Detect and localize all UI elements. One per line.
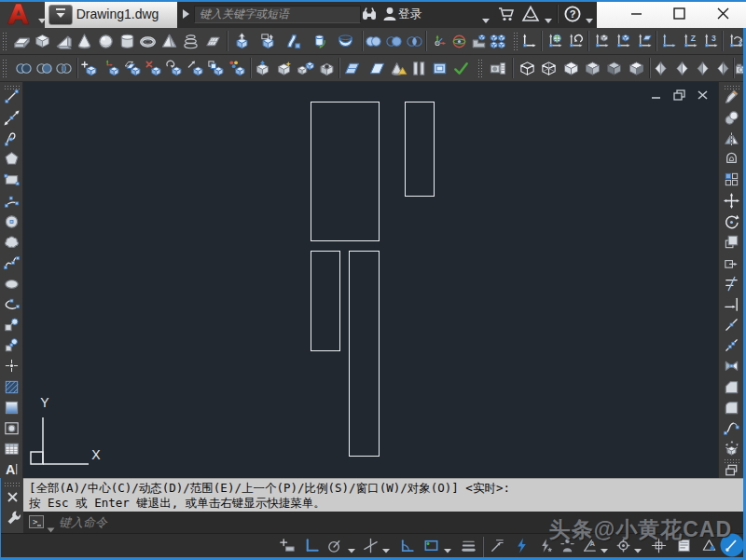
spline-icon[interactable] (3, 253, 21, 271)
annotation-monitor-icon[interactable] (513, 537, 531, 554)
3d-align-icon[interactable] (470, 33, 488, 50)
mirror-icon[interactable] (723, 130, 740, 147)
ucs-view-icon[interactable] (635, 33, 653, 50)
toolbar-grip[interactable] (477, 59, 482, 78)
extend-icon[interactable] (723, 295, 740, 313)
line-icon[interactable] (3, 88, 21, 105)
blend-curves-icon[interactable] (723, 419, 740, 437)
view-hidden-icon[interactable] (562, 60, 580, 77)
rectangle-icon[interactable] (3, 171, 21, 188)
view-realistic-icon[interactable] (584, 60, 601, 77)
pyramid-icon[interactable] (160, 33, 178, 50)
ucs-named-icon[interactable] (546, 33, 563, 50)
join-icon[interactable] (723, 357, 740, 375)
app-menu-dropdown-icon[interactable] (37, 11, 47, 28)
doc-close-button[interactable] (693, 87, 713, 103)
point-icon[interactable] (3, 357, 21, 375)
ucs-object-icon[interactable] (592, 33, 610, 50)
ucs-origin-icon[interactable] (659, 33, 677, 50)
user-icon[interactable] (380, 5, 399, 27)
window-minimize-button[interactable] (620, 0, 652, 27)
helix-icon[interactable] (182, 33, 200, 50)
toolbar-grip[interactable] (2, 59, 7, 78)
taper-faces-icon[interactable] (186, 60, 204, 77)
command-window-restore-icon[interactable] (723, 462, 740, 480)
wrench-icon[interactable] (5, 509, 21, 529)
validate-icon[interactable] (452, 60, 470, 77)
ucs-3point-icon[interactable]: 3 (701, 33, 719, 50)
doc-minimize-button[interactable] (646, 87, 667, 103)
toolbar-grip[interactable] (4, 482, 20, 486)
rotate-faces-icon[interactable] (165, 60, 183, 77)
view-2d-wireframe-icon[interactable] (518, 60, 536, 77)
drawing-rectangle[interactable] (405, 102, 435, 197)
chamfer-icon[interactable] (723, 378, 740, 396)
shell-icon[interactable] (318, 60, 336, 77)
gradient-icon[interactable] (3, 399, 21, 417)
search-input[interactable]: 键入关键字或短语 (194, 6, 361, 23)
ucs-rotate-x-icon[interactable]: x (726, 33, 744, 50)
revolve-icon[interactable] (311, 33, 328, 50)
move-icon[interactable] (723, 192, 740, 210)
ucs-previous-icon[interactable] (566, 33, 584, 50)
extrude-faces-icon[interactable] (80, 60, 98, 77)
polygon-icon[interactable] (3, 150, 21, 168)
login-dropdown-icon[interactable] (481, 11, 490, 28)
construction-line-icon[interactable] (3, 109, 21, 127)
ucs-world-icon[interactable] (519, 33, 537, 50)
3d-rotate-icon[interactable] (450, 33, 468, 50)
region-icon[interactable] (3, 419, 21, 437)
intersect-icon[interactable] (406, 33, 423, 50)
polyline-icon[interactable] (3, 130, 21, 147)
wedge-icon[interactable] (55, 33, 73, 50)
drawing-rectangle[interactable] (349, 251, 380, 457)
explode-icon[interactable] (723, 440, 740, 458)
view-se-iso-icon[interactable] (673, 60, 691, 77)
sweep-icon[interactable] (284, 33, 302, 50)
toolbar-grip[interactable] (2, 32, 7, 51)
table-icon[interactable] (3, 440, 21, 458)
view-shaded-icon[interactable] (628, 60, 645, 77)
ucs-z-axis-icon[interactable]: Z (681, 33, 698, 50)
doc-restore-button[interactable] (670, 87, 690, 103)
close-icon[interactable] (5, 489, 21, 509)
cone-icon[interactable] (76, 33, 93, 50)
2d-intersect-icon[interactable] (55, 60, 73, 77)
help-icon[interactable]: ? (563, 5, 582, 27)
cart-icon[interactable] (497, 5, 518, 27)
clean-icon[interactable] (275, 60, 293, 77)
multiline-text-icon[interactable]: A (3, 460, 21, 478)
drawing-rectangle[interactable] (311, 251, 340, 351)
3d-move-icon[interactable] (430, 33, 448, 50)
a360-dropdown-icon[interactable] (544, 11, 553, 28)
break-icon[interactable] (723, 336, 740, 354)
view-nw-iso-icon[interactable] (714, 60, 732, 77)
ellipse-icon[interactable] (3, 275, 21, 293)
offset-icon[interactable] (723, 150, 740, 168)
torus-icon[interactable] (139, 33, 157, 50)
rotate-icon[interactable] (723, 212, 740, 230)
2d-subtract-icon[interactable] (35, 60, 53, 77)
2d-union-icon[interactable] (15, 60, 33, 77)
erase-icon[interactable] (723, 88, 740, 105)
search-icon[interactable] (360, 5, 379, 27)
snap-mode-icon[interactable] (279, 537, 297, 554)
3d-array-icon[interactable] (489, 33, 506, 50)
search-expand-icon[interactable] (179, 7, 192, 21)
view-ne-iso-icon[interactable] (694, 60, 711, 77)
polysolid-icon[interactable] (13, 33, 31, 50)
imprint-icon[interactable] (254, 60, 271, 77)
offset-faces-icon[interactable] (124, 60, 142, 77)
toolbar-grip[interactable] (513, 32, 518, 51)
selection-cycling-icon[interactable] (489, 537, 506, 554)
login-button[interactable]: 登录 (398, 0, 421, 28)
box-icon[interactable] (34, 33, 51, 50)
array-icon[interactable] (723, 171, 740, 188)
presspull-icon[interactable] (259, 33, 277, 50)
insert-block-icon[interactable] (3, 316, 21, 334)
cylinder-icon[interactable] (118, 33, 136, 50)
object-snap-icon[interactable] (422, 537, 440, 554)
command-input[interactable]: 键入命令 (59, 512, 107, 533)
ortho-mode-icon[interactable] (303, 537, 321, 554)
hatch-icon[interactable] (3, 378, 21, 396)
